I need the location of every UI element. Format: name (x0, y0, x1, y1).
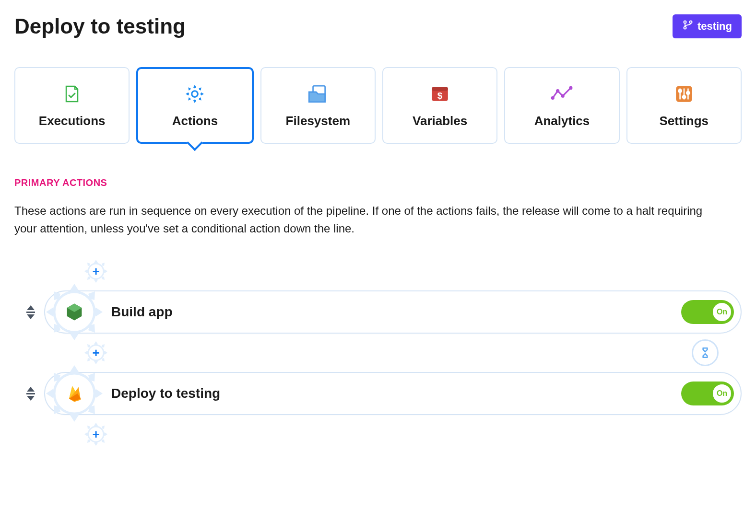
svg-point-9 (556, 89, 559, 93)
tab-analytics[interactable]: Analytics (504, 67, 619, 144)
tab-label: Analytics (534, 114, 590, 128)
tab-filesystem[interactable]: Filesystem (260, 67, 376, 144)
svg-point-11 (569, 86, 573, 89)
action-build-app[interactable]: Build app On (44, 290, 742, 334)
svg-text:$: $ (437, 91, 443, 101)
tab-settings[interactable]: Settings (626, 67, 742, 144)
section-description: These actions are run in sequence on eve… (14, 202, 727, 237)
toggle-state: On (711, 383, 732, 404)
svg-point-16 (683, 95, 685, 98)
plus-icon: + (92, 347, 99, 359)
svg-point-14 (678, 89, 681, 92)
chart-line-icon (551, 83, 573, 105)
plus-icon: + (92, 428, 99, 440)
svg-rect-6 (432, 87, 448, 91)
tab-actions[interactable]: Actions (136, 67, 253, 144)
svg-point-2 (689, 21, 692, 23)
tab-label: Settings (660, 114, 709, 128)
action-label: Build app (111, 304, 173, 320)
branch-badge[interactable]: testing (673, 14, 742, 38)
drag-handle[interactable] (20, 383, 41, 404)
tab-label: Executions (39, 114, 106, 128)
git-branch-icon (682, 19, 694, 34)
section-label: PRIMARY ACTIONS (14, 177, 742, 188)
folders-icon (307, 83, 329, 105)
drag-handle[interactable] (20, 301, 41, 323)
add-wait-button[interactable] (692, 339, 719, 366)
node-icon (56, 294, 93, 330)
gear-icon (184, 83, 206, 105)
action-label: Deploy to testing (111, 386, 220, 401)
sliders-icon (673, 83, 695, 105)
tab-variables[interactable]: $ Variables (382, 67, 497, 144)
svg-point-18 (686, 91, 689, 94)
action-toggle[interactable]: On (681, 382, 734, 405)
pipeline: + Build app On (14, 254, 742, 451)
svg-point-1 (684, 27, 686, 29)
add-action-button[interactable]: + (83, 421, 109, 448)
plus-icon: + (92, 265, 99, 278)
action-deploy-to-testing[interactable]: Deploy to testing On (44, 372, 742, 415)
tab-label: Filesystem (286, 114, 350, 128)
page-title: Deploy to testing (14, 14, 186, 38)
firebase-icon (56, 375, 93, 412)
branch-label: testing (697, 20, 732, 33)
hourglass-icon (699, 347, 711, 359)
toggle-state: On (711, 301, 732, 323)
tab-label: Actions (172, 114, 218, 128)
dollar-box-icon: $ (429, 83, 451, 105)
action-toggle[interactable]: On (681, 300, 734, 324)
tab-executions[interactable]: Executions (14, 67, 130, 144)
tabs-container: Executions Actions Filesystem (14, 67, 742, 144)
svg-point-10 (561, 94, 565, 97)
tab-label: Variables (413, 114, 467, 128)
svg-point-0 (684, 21, 686, 23)
svg-point-3 (192, 91, 198, 97)
svg-point-8 (551, 96, 555, 99)
file-check-icon (61, 83, 83, 105)
